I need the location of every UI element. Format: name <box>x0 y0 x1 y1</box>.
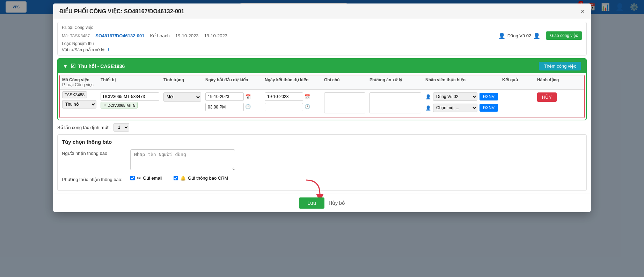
phuong-an-textarea[interactable] <box>369 92 421 113</box>
time-start-input[interactable] <box>205 103 244 111</box>
green-header: ▼ ☑ Thu hồi - CASE1936 Thêm công việc <box>58 59 586 73</box>
modal-overlay: ĐIỀU PHỐI CÔNG VIỆC: SO48167/DO46132-001… <box>0 0 644 277</box>
cell-hanh-dong: HỦY <box>535 92 570 103</box>
phuong-thuc-label: Phương thức nhận thông báo: <box>62 175 125 182</box>
cell-ngay-ket-thuc: 📅 🕐 <box>263 92 322 112</box>
user-icon-2: 👤 <box>425 105 431 111</box>
cell-task-id: TASK3488 Thu hồi <box>60 92 98 109</box>
crm-icon: 🔔 <box>180 175 186 181</box>
time-end-input[interactable] <box>265 103 303 111</box>
modal-title: ĐIỀU PHỐI CÔNG VIỆC: SO48167/DO46132-001 <box>59 8 184 15</box>
user-input[interactable] <box>130 149 235 170</box>
nguoi-nhan-value <box>130 149 582 171</box>
assignee-name: Dũng Vũ 02 <box>507 33 532 38</box>
dxnv-button-1[interactable]: ĐXNV <box>480 93 498 100</box>
vat-tu-row: Vật tư/Sản phẩm xử lý: ℹ <box>62 47 582 52</box>
header-ngay-bat-dau: Ngày bắt đầu dự kiến <box>203 77 263 87</box>
so-lan-section: Số lần công tác định mức: 1 2 3 <box>57 123 587 132</box>
luu-container: Lưu <box>299 197 324 209</box>
device-tag: ✕ DCIV3065-MT-5 <box>101 102 138 108</box>
checkbox-email[interactable] <box>130 176 135 180</box>
modal-body: P.Loại Công việc Mã: TASK3487 SO48167/DO… <box>53 19 591 194</box>
header-ma-cong-viec: Mã Công việc P.Loại Công việc <box>60 77 98 87</box>
giao-cong-viec-button[interactable]: Giao công việc <box>546 31 582 40</box>
cell-tinh-trang: Mới Đang xử lý Hoàn thành <box>161 92 203 102</box>
header-tinh-trang: Tình trạng <box>161 77 203 87</box>
task-date1: 19-10-2023 <box>175 33 199 38</box>
arrow-svg <box>302 178 323 199</box>
date-end-input[interactable] <box>265 92 303 101</box>
green-header-left: ▼ ☑ Thu hồi - CASE1936 <box>63 63 125 69</box>
assignee-select-1[interactable]: Dũng Vũ 02 <box>433 92 477 101</box>
luu-button[interactable]: Lưu <box>299 197 324 209</box>
device-tag-text: DCIV3065-MT-5 <box>108 103 135 107</box>
task-section: P.Loại Công việc Mã: TASK3487 SO48167/DO… <box>57 22 587 55</box>
green-header-title: Thu hồi - CASE1936 <box>78 63 125 69</box>
assignee-row-1: 👤 Dũng Vũ 02 ĐXNV <box>425 92 498 101</box>
green-body: Mã Công việc P.Loại Công việc Thiết bị T… <box>59 75 585 118</box>
task-id-badge: TASK3488 <box>62 91 87 98</box>
task-date2: 19-10-2023 <box>204 33 227 38</box>
table-header: Mã Công việc P.Loại Công việc Thiết bị T… <box>60 75 584 90</box>
so-lan-label: Số lần công tác định mức: <box>57 125 111 130</box>
checkbox-crm[interactable] <box>174 176 178 180</box>
nguoi-nhan-label: Người nhận thông báo <box>62 149 125 156</box>
user-icon-1: 👤 <box>425 94 431 99</box>
ke-hoach-label: Kế hoạch <box>150 33 170 38</box>
cell-phuong-an <box>367 92 423 115</box>
email-icon: ✉ <box>137 175 141 181</box>
task-row: Mã: TASK3487 SO48167/DO46132-001 Kế hoạc… <box>62 31 582 40</box>
calendar-start-icon[interactable]: 📅 <box>245 94 251 99</box>
them-cong-viec-button[interactable]: Thêm công việc <box>539 62 581 70</box>
huy-bo-button[interactable]: Hủy bỏ <box>329 200 345 206</box>
radio-crm[interactable]: 🔔 Gửi thông báo CRM <box>174 175 228 181</box>
collapse-icon[interactable]: ▼ <box>63 63 68 69</box>
task-ma: Mã: TASK3487 <box>62 33 90 38</box>
assignee-row-2: 👤 Chọn một ... ĐXNV <box>425 104 498 112</box>
header-nhan-vien: Nhân viên thực hiện <box>423 77 500 87</box>
header-thiet-bi: Thiết bị <box>98 77 161 87</box>
tinh-trang-select[interactable]: Mới Đang xử lý Hoàn thành <box>163 92 201 102</box>
date-start-input[interactable] <box>205 92 244 101</box>
assignee-user-icon: 👤 <box>498 32 505 39</box>
email-label: Gửi email <box>143 175 162 181</box>
p-loai-label: P.Loại Công việc <box>62 25 582 30</box>
cell-ghi-chu <box>322 92 367 115</box>
header-ghi-chu: Ghi chú <box>322 77 367 87</box>
huy-button[interactable]: HỦY <box>537 92 557 102</box>
cell-thiet-bi: ✕ DCIV3065-MT-5 <box>98 92 161 109</box>
device-input-1[interactable] <box>101 92 159 101</box>
nguoi-nhan-row: Người nhận thông báo <box>62 149 582 171</box>
modal-header: ĐIỀU PHỐI CÔNG VIỆC: SO48167/DO46132-001… <box>53 3 591 19</box>
header-ngay-ket-thuc: Ngày kết thúc dự kiến <box>263 77 322 87</box>
green-section: ▼ ☑ Thu hồi - CASE1936 Thêm công việc Mã… <box>57 58 587 120</box>
crm-label: Gửi thông báo CRM <box>188 175 228 181</box>
header-ket-qua: Kết quả <box>500 77 535 87</box>
tuy-chon-title: Tùy chọn thông báo <box>62 139 582 145</box>
modal: ĐIỀU PHỐI CÔNG VIỆC: SO48167/DO46132-001… <box>53 3 591 212</box>
ghi-chu-textarea[interactable] <box>324 92 365 113</box>
assignee-select-2[interactable]: Chọn một ... <box>433 104 477 112</box>
radio-email[interactable]: ✉ Gửi email <box>130 175 162 181</box>
close-button[interactable]: × <box>580 8 585 15</box>
header-phuong-an: Phương án xử lý <box>367 77 423 87</box>
loai-row: Loại: Nghiệm thu <box>62 41 582 46</box>
arrow-indicator <box>302 178 323 200</box>
calendar-end-icon[interactable]: 📅 <box>305 94 310 99</box>
task-link[interactable]: SO48167/DO46132-001 <box>95 33 144 38</box>
task-assignee: 👤 Dũng Vũ 02 👤 <box>498 32 541 39</box>
checkbox-icon[interactable]: ☑ <box>71 63 75 69</box>
clock-start-icon[interactable]: 🕐 <box>245 104 251 109</box>
info-icon: ℹ <box>108 47 110 52</box>
so-lan-select[interactable]: 1 2 3 <box>114 123 129 132</box>
cell-ngay-bat-dau: 📅 🕐 <box>203 92 263 112</box>
phuong-thuc-options: ✉ Gửi email 🔔 Gửi thông báo CRM <box>130 175 582 181</box>
dxnv-button-2[interactable]: ĐXNV <box>480 104 498 112</box>
modal-footer: Lưu Hủy bỏ <box>53 194 591 212</box>
cell-nhan-vien: 👤 Dũng Vũ 02 ĐXNV 👤 Chọn một .. <box>423 92 500 113</box>
header-hanh-dong: Hành động <box>535 77 570 87</box>
device-tag-x[interactable]: ✕ <box>103 103 106 107</box>
clock-end-icon[interactable]: 🕐 <box>305 104 310 109</box>
p-loai-select[interactable]: Thu hồi <box>62 100 96 108</box>
cell-ket-qua <box>500 92 535 93</box>
